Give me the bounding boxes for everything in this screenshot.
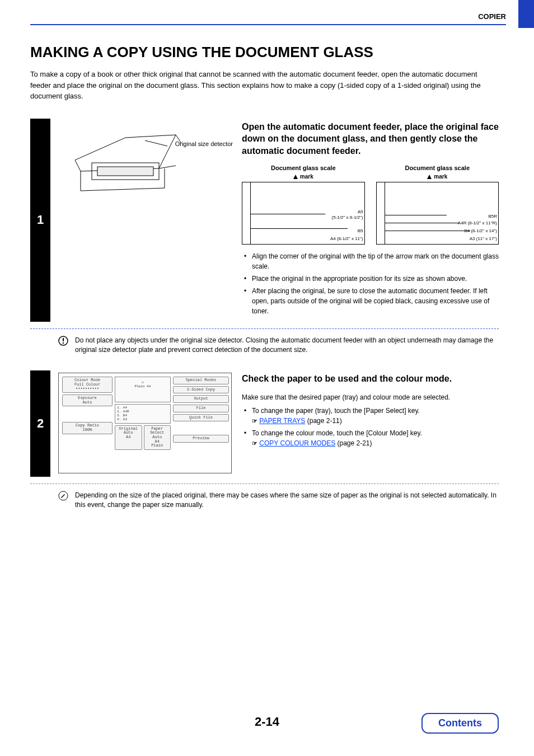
step-2: 2 Colour Mode Full Colour ▪▪▪▪▪▪▪▪▪▪ Exp…	[30, 370, 499, 477]
info-note: Depending on the size of the placed orig…	[30, 489, 499, 515]
intro-paragraph: To make a copy of a book or other thick …	[30, 69, 499, 102]
printer-thumb-icon: ▭ Plain A4	[115, 377, 171, 402]
copy-colour-modes-link[interactable]: COPY COLOUR MODES	[259, 439, 335, 447]
file-button[interactable]: File	[173, 405, 229, 412]
pointing-hand-icon: ☞	[252, 440, 257, 447]
special-modes-button[interactable]: Special Modes	[173, 377, 229, 384]
svg-line-3	[145, 140, 167, 146]
svg-line-2	[159, 166, 176, 168]
printer-line-art-icon	[58, 121, 204, 194]
document-glass-scales: Document glass scale mark A5 (5-1/2" x 8…	[242, 165, 499, 245]
scale-a-title: Document glass scale	[242, 165, 365, 171]
copy-ratio-button[interactable]: Copy Ratio 100%	[62, 422, 113, 434]
caution-icon	[58, 336, 68, 346]
bullet-item: Align the corner of the original with th…	[246, 251, 499, 271]
tray-list: 1. A4 2. A4R 3. B4 4. A3	[115, 404, 171, 424]
pointing-hand-icon: ☞	[252, 417, 257, 424]
detector-label: Original size detector	[175, 140, 233, 148]
step-1: 1 O	[30, 119, 499, 322]
paper-trays-link[interactable]: PAPER TRAYS	[259, 417, 305, 425]
bullet-item: To change the colour mode, touch the [Co…	[246, 428, 499, 448]
page-header: COPIER	[30, 12, 506, 25]
pencil-note-icon	[58, 491, 68, 501]
bullet-item: After placing the original, be sure to c…	[246, 286, 499, 316]
paper-select-button[interactable]: Paper Select Auto A4 Plain	[144, 425, 171, 450]
note-separator	[30, 483, 499, 484]
svg-point-6	[63, 342, 64, 344]
step2-heading: Check the paper to be used and the colou…	[242, 373, 499, 385]
step1-figure: Original size detector	[58, 121, 232, 319]
exposure-button[interactable]: Exposure Auto	[62, 395, 113, 406]
caution-note: Do not place any objects under the origi…	[30, 334, 499, 360]
step2-desc: Make sure that the desired paper (tray) …	[242, 392, 499, 402]
step-number: 1	[30, 119, 50, 322]
section-name: COPIER	[478, 12, 506, 21]
output-button[interactable]: Output	[173, 395, 229, 403]
two-sided-copy-button[interactable]: 2-Sided Copy	[173, 386, 229, 394]
section-color-tab	[518, 0, 534, 28]
page-title: MAKING A COPY USING THE DOCUMENT GLASS	[30, 44, 499, 61]
step1-heading: Open the automatic document feeder, plac…	[242, 121, 499, 157]
step-separator	[30, 328, 499, 329]
step2-bullets: To change the paper (tray), touch the [P…	[242, 406, 499, 448]
mark-label-b: mark	[376, 173, 499, 180]
scale-b-title: Document glass scale	[376, 165, 499, 171]
quick-file-button[interactable]: Quick File	[173, 414, 229, 422]
svg-rect-1	[97, 167, 153, 176]
contents-button[interactable]: Contents	[421, 713, 499, 734]
bullet-item: Place the original in the appropriate po…	[246, 274, 499, 284]
colour-mode-button[interactable]: Colour Mode Full Colour ▪▪▪▪▪▪▪▪▪▪	[62, 377, 113, 393]
step1-bullets: Align the corner of the original with th…	[242, 251, 499, 316]
original-button[interactable]: Original Auto A4	[115, 425, 142, 450]
step-number: 2	[30, 370, 50, 477]
copier-control-panel: Colour Mode Full Colour ▪▪▪▪▪▪▪▪▪▪ Expos…	[58, 373, 232, 473]
caution-text: Do not place any objects under the origi…	[75, 336, 499, 355]
mark-label-a: mark	[242, 173, 365, 180]
step2-figure: Colour Mode Full Colour ▪▪▪▪▪▪▪▪▪▪ Expos…	[58, 373, 232, 473]
scale-b-diagram: B5R A4R (8-1/2" x 11"R) B4 (8-1/2" x 14"…	[376, 182, 499, 245]
info-text: Depending on the size of the placed orig…	[75, 491, 499, 510]
scale-a-diagram: A5 (5-1/2" x 8-1/2") B5 A4 (8-1/2" x 11"…	[242, 182, 365, 245]
preview-button[interactable]: Preview	[173, 435, 229, 443]
bullet-item: To change the paper (tray), touch the [P…	[246, 406, 499, 426]
